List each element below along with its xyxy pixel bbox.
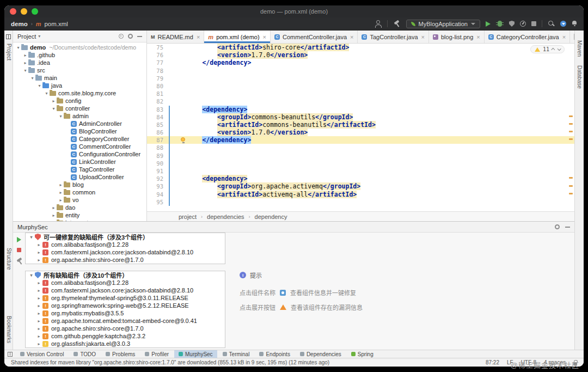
warning-stripe-mark[interactable] xyxy=(569,177,573,179)
code-line[interactable]: 95 xyxy=(147,198,574,206)
tree-chevron-icon[interactable]: ▸ xyxy=(58,198,64,203)
warning-stripe-mark[interactable] xyxy=(569,131,573,132)
tree-chevron-icon[interactable]: ▸ xyxy=(51,213,57,218)
project-tree-item[interactable]: CTagController xyxy=(13,166,146,173)
run-play-icon[interactable] xyxy=(486,21,491,27)
collab-icon[interactable] xyxy=(374,20,382,28)
code-line[interactable]: 77</dependency> xyxy=(147,59,574,66)
code-text[interactable]: <dependency> xyxy=(172,106,574,113)
line-number[interactable]: 94 xyxy=(147,191,169,198)
code-text[interactable] xyxy=(172,82,574,90)
code-text[interactable] xyxy=(172,90,574,97)
file-crumb[interactable]: pom.xml xyxy=(44,21,68,27)
line-number[interactable]: 84 xyxy=(147,113,169,121)
code-text[interactable] xyxy=(172,152,574,160)
toolwindow-button-spring[interactable]: Spring xyxy=(347,350,378,358)
toolwindow-button-profiler[interactable]: Profiler xyxy=(140,350,173,358)
breadcrumb-item[interactable]: dependency xyxy=(255,214,287,220)
window-menu-icon[interactable] xyxy=(8,352,13,357)
search-icon[interactable] xyxy=(548,20,555,27)
line-number[interactable]: 89 xyxy=(147,152,169,160)
gear-icon[interactable] xyxy=(555,224,560,229)
project-tree-item[interactable]: ▸vo xyxy=(13,196,146,204)
tree-chevron-icon[interactable]: ▸ xyxy=(35,242,42,247)
locate-file-icon[interactable] xyxy=(119,34,124,39)
project-pane-title[interactable]: Project xyxy=(17,33,36,40)
code-text[interactable]: <version>1.7.0</version> xyxy=(172,51,574,59)
toolwindow-button-endpoints[interactable]: Endpoints xyxy=(255,350,294,358)
tab-close-icon[interactable]: × xyxy=(476,34,480,40)
tree-chevron-icon[interactable]: ▾ xyxy=(51,106,57,111)
notifications-bell-icon[interactable] xyxy=(572,21,577,27)
project-tree-item[interactable]: CConfigurationController xyxy=(13,150,146,158)
stripe-button-maven[interactable]: Maven xyxy=(577,40,583,57)
tree-chevron-icon[interactable]: ▸ xyxy=(35,303,42,308)
code-text[interactable]: </dependency> xyxy=(172,136,574,144)
warning-stripe-mark[interactable] xyxy=(569,123,573,125)
editor-tab[interactable]: blog-list.png× xyxy=(429,31,485,43)
tab-close-icon[interactable]: × xyxy=(263,34,266,40)
vulnerable-component-row[interactable]: ▸!com.fasterxml.jackson.core:jackson-dat… xyxy=(26,248,225,256)
code-text[interactable] xyxy=(172,75,574,82)
code-line[interactable]: 76<version>1.7.0</version> xyxy=(147,51,574,59)
code-line[interactable]: 87</dependency> xyxy=(147,136,574,144)
line-number[interactable]: 91 xyxy=(147,167,169,175)
warning-stripe-mark[interactable] xyxy=(569,138,573,140)
murphysec-title[interactable]: MurphySec xyxy=(17,224,48,230)
vulnerable-component-row[interactable]: ▸!com.github.penggle:kaptcha@2.3.2 xyxy=(26,332,225,340)
tree-chevron-icon[interactable]: ▸ xyxy=(35,250,42,255)
stop-scan-icon[interactable] xyxy=(17,248,21,252)
prev-warning-icon[interactable] xyxy=(551,48,555,52)
vulnerable-component-row[interactable]: ▸!org.mybatis:mybatis@3.5.5 xyxy=(26,309,225,317)
tree-chevron-icon[interactable]: ▸ xyxy=(35,258,42,263)
code-line[interactable]: 93<groupId>org.apache.activemq</groupId> xyxy=(147,182,574,190)
code-text[interactable]: <groupId>commons-beanutils</groupId> xyxy=(172,113,574,121)
line-number[interactable]: 75 xyxy=(147,44,169,51)
gear-icon[interactable] xyxy=(128,34,133,39)
code-line[interactable]: 94<artifactId>activemq-all</artifactId> xyxy=(147,191,574,198)
line-number[interactable]: 79 xyxy=(147,75,169,82)
stripe-button-structure[interactable]: Structure xyxy=(6,248,12,270)
inspections-widget[interactable]: 11 xyxy=(530,45,565,53)
stop-icon[interactable] xyxy=(531,21,536,26)
line-number[interactable]: 92 xyxy=(147,175,169,182)
project-tree-item[interactable]: ▸blog xyxy=(13,181,146,188)
project-tree-item[interactable]: ▾controller xyxy=(13,105,146,112)
error-stripe[interactable] xyxy=(568,44,574,211)
toolwindow-button-version-control[interactable]: Version Control xyxy=(16,350,68,358)
minimize-window-button[interactable] xyxy=(21,8,27,15)
code-text[interactable]: <artifactId>activemq-all</artifactId> xyxy=(172,191,574,198)
code-line[interactable]: 92<dependency> xyxy=(147,175,574,182)
code-text[interactable]: </dependency> xyxy=(172,59,574,66)
code-line[interactable]: 78 xyxy=(147,67,574,75)
project-stripe-icon[interactable] xyxy=(6,34,11,39)
profiler-gauge-icon[interactable] xyxy=(520,21,526,27)
code-line[interactable]: 89 xyxy=(147,152,574,160)
tree-chevron-icon[interactable]: ▾ xyxy=(29,76,35,81)
toolwindow-button-murphysec[interactable]: MurphySec xyxy=(174,350,217,358)
vulnerable-component-row[interactable]: ▸!com.alibaba:fastjson@1.2.28 xyxy=(26,279,225,286)
breadcrumb-item[interactable]: dependencies xyxy=(207,214,244,220)
tab-close-icon[interactable]: × xyxy=(421,34,425,40)
code-line[interactable]: 83<dependency> xyxy=(147,106,574,113)
status-message[interactable]: Shared indexes for maven library "org.ap… xyxy=(11,359,329,365)
project-tree-item[interactable]: CAdminController xyxy=(13,120,146,127)
warning-stripe-mark[interactable] xyxy=(569,185,573,187)
fix-wrench-icon[interactable] xyxy=(16,258,22,264)
line-number[interactable]: 88 xyxy=(147,144,169,151)
toolwindow-button-problems[interactable]: Problems xyxy=(101,350,139,358)
code-text[interactable]: <groupId>org.apache.activemq</groupId> xyxy=(172,182,574,190)
project-tree-item[interactable]: CBlogController xyxy=(13,127,146,135)
hide-panel-icon[interactable] xyxy=(137,36,142,37)
tree-chevron-icon[interactable]: ▾ xyxy=(28,235,35,240)
hide-panel-icon[interactable] xyxy=(565,227,570,228)
tree-chevron-icon[interactable]: ▸ xyxy=(51,205,57,210)
intention-bulb-icon[interactable] xyxy=(181,137,185,142)
line-number[interactable]: 76 xyxy=(147,51,169,59)
tree-chevron-icon[interactable]: ▾ xyxy=(22,68,28,73)
code-line[interactable]: 81 xyxy=(147,90,574,97)
close-window-button[interactable] xyxy=(10,8,16,15)
tab-close-icon[interactable]: × xyxy=(350,34,353,40)
title-bar[interactable]: demo — pom.xml (demo) xyxy=(4,5,584,17)
code-line[interactable]: 86<version>1.7.0</version> xyxy=(147,129,574,136)
